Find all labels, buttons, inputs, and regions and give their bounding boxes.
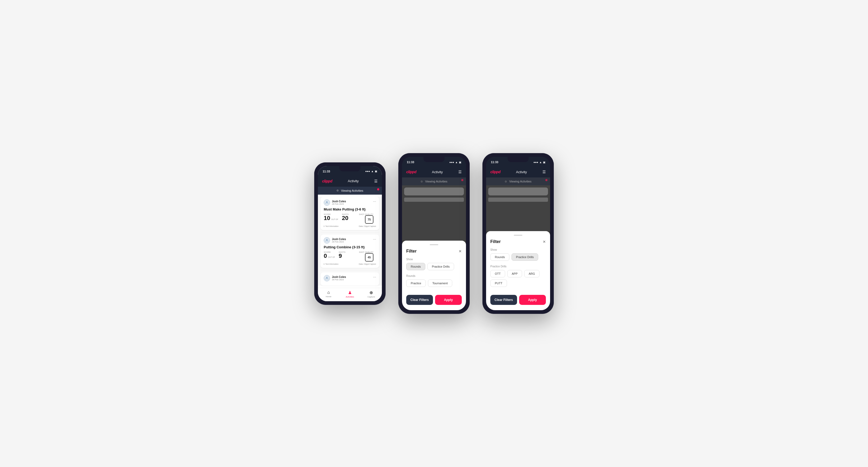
capture-icon: ⊕ bbox=[369, 290, 373, 295]
activity-title-2: Putting Combine (3-15 ft) bbox=[324, 245, 376, 249]
card-header-3: Josh Coles 28 Feb 2023 ··· bbox=[324, 275, 376, 281]
filter-icon-1: ⚙ bbox=[336, 189, 339, 192]
user-details-1: Josh Coles 28 Feb 2023 bbox=[332, 200, 346, 205]
viewing-bar-dot-1 bbox=[377, 188, 379, 190]
activity-card-3[interactable]: Josh Coles 28 Feb 2023 ··· bbox=[320, 272, 379, 286]
score-section-2: Score 0 OUT OF bbox=[324, 251, 336, 259]
app-header-2: clippd Activity ☰ bbox=[402, 166, 466, 178]
data-source-2: Data: Clippd Capture bbox=[359, 263, 376, 265]
activity-list: Josh Coles 28 Feb 2023 ··· Must Make Put… bbox=[318, 197, 382, 286]
out-of-2: OUT OF bbox=[328, 256, 335, 259]
phone-3: 11:33 ●●● ▲ ▣ clippd Activity ☰ ⚙ Viewin… bbox=[483, 153, 554, 314]
filter-close-3[interactable]: ✕ bbox=[543, 240, 546, 244]
filter-rounds-btn-2[interactable]: Rounds bbox=[406, 263, 425, 270]
avatar-1 bbox=[324, 199, 330, 206]
filter-header-2: Filter ✕ bbox=[406, 249, 462, 254]
user-name-1: Josh Coles bbox=[332, 200, 346, 203]
filter-header-3: Filter ✕ bbox=[490, 239, 546, 244]
signal-icon-3: ●●● bbox=[533, 161, 538, 164]
more-dots-2[interactable]: ··· bbox=[373, 237, 376, 241]
logo-1: clippd bbox=[322, 179, 332, 183]
viewing-bar-1[interactable]: ⚙ Viewing Activities bbox=[318, 187, 382, 195]
user-info-1: Josh Coles 28 Feb 2023 bbox=[324, 199, 346, 206]
viewing-bar-text-2: Viewing Activities bbox=[425, 180, 447, 183]
signal-icon: ●●● bbox=[365, 170, 370, 173]
rounds-buttons-2: Practice Tournament bbox=[406, 280, 462, 287]
filter-ott-btn[interactable]: OTT bbox=[490, 270, 505, 277]
menu-icon-2[interactable]: ☰ bbox=[458, 170, 462, 174]
divider-1 bbox=[320, 232, 379, 232]
stats-row-2: Score 0 OUT OF Shots 9 Shot Quality bbox=[324, 251, 376, 261]
filter-app-btn[interactable]: APP bbox=[507, 270, 522, 277]
apply-btn-3[interactable]: Apply bbox=[519, 295, 546, 305]
filter-practice-btn[interactable]: Practice bbox=[406, 280, 426, 287]
filter-rounds-btn-3[interactable]: Rounds bbox=[490, 253, 509, 261]
activities-icon: ♟ bbox=[348, 290, 352, 295]
filter-close-2[interactable]: ✕ bbox=[459, 249, 462, 253]
scene: 11:33 ●●● ▲ ▣ clippd Activity ☰ ⚙ Viewin… bbox=[298, 137, 570, 330]
filter-drills-btn-3[interactable]: Practice Drills bbox=[512, 253, 538, 261]
activity-card-2[interactable]: Josh Coles 28 Feb 2023 ··· Putting Combi… bbox=[320, 235, 379, 268]
app-header-3: clippd Activity ☰ bbox=[486, 166, 550, 178]
status-time-2: 11:33 bbox=[407, 160, 414, 164]
show-label-3: Show bbox=[490, 248, 546, 251]
card-header-1: Josh Coles 28 Feb 2023 ··· bbox=[324, 199, 376, 206]
status-time-1: 11:33 bbox=[323, 170, 330, 173]
user-date-2: 28 Feb 2023 bbox=[332, 241, 346, 243]
clear-filters-btn-3[interactable]: Clear Filters bbox=[490, 295, 517, 305]
shots-section-2: Shots 9 bbox=[339, 251, 346, 259]
data-source-1: Data: Clippd Capture bbox=[359, 225, 376, 227]
shots-value-2: 9 bbox=[339, 253, 342, 259]
user-details-3: Josh Coles 28 Feb 2023 bbox=[332, 276, 346, 281]
header-title-2: Activity bbox=[432, 170, 443, 174]
viewing-bar-dot-2 bbox=[461, 179, 463, 181]
apply-btn-2[interactable]: Apply bbox=[435, 295, 462, 305]
nav-capture[interactable]: ⊕ Capture bbox=[361, 290, 382, 298]
info-icon-1: ℹ bbox=[324, 225, 324, 227]
user-name-2: Josh Coles bbox=[332, 238, 346, 241]
quality-badge-2: 45 bbox=[365, 253, 373, 261]
filter-drills-btn-2[interactable]: Practice Drills bbox=[427, 263, 454, 270]
score-value-1: 10 bbox=[324, 215, 330, 221]
capture-label: Capture bbox=[367, 295, 375, 298]
user-date-3: 28 Feb 2023 bbox=[332, 278, 346, 281]
home-label: Home bbox=[326, 295, 331, 298]
nav-home[interactable]: ⌂ Home bbox=[318, 290, 339, 298]
quality-label-1: Shot Quality bbox=[359, 213, 373, 215]
card-footer-2: ℹ Test Information Data: Clippd Capture bbox=[324, 263, 376, 265]
activity-card-1[interactable]: Josh Coles 28 Feb 2023 ··· Must Make Put… bbox=[320, 197, 379, 230]
menu-icon-3[interactable]: ☰ bbox=[542, 170, 546, 174]
viewing-bar-3: ⚙ Viewing Activities bbox=[486, 178, 550, 185]
filter-arg-btn[interactable]: ARG bbox=[524, 270, 539, 277]
filter-putt-btn[interactable]: PUTT bbox=[490, 280, 507, 287]
filter-title-2: Filter bbox=[406, 249, 416, 254]
clear-filters-btn-2[interactable]: Clear Filters bbox=[406, 295, 433, 305]
status-time-3: 11:33 bbox=[491, 160, 498, 164]
quality-section-1: Shot Quality 75 bbox=[359, 213, 373, 224]
out-of-1: OUT OF bbox=[331, 218, 338, 221]
status-icons-3: ●●● ▲ ▣ bbox=[533, 161, 545, 164]
status-icons-2: ●●● ▲ ▣ bbox=[450, 161, 461, 164]
menu-icon-1[interactable]: ☰ bbox=[374, 179, 378, 183]
more-dots-1[interactable]: ··· bbox=[373, 199, 376, 203]
filter-icon-3: ⚙ bbox=[505, 180, 507, 183]
filter-actions-3: Clear Filters Apply bbox=[490, 295, 546, 305]
user-name-3: Josh Coles bbox=[332, 276, 346, 278]
activities-label: Activities bbox=[346, 295, 354, 298]
stats-row-1: Score 10 OUT OF Shots 20 Shot Quality bbox=[324, 213, 376, 224]
notch-2 bbox=[424, 157, 444, 162]
wifi-icon: ▲ bbox=[371, 170, 374, 173]
nav-activities[interactable]: ♟ Activities bbox=[339, 290, 361, 298]
user-date-1: 28 Feb 2023 bbox=[332, 203, 346, 205]
filter-handle-3 bbox=[514, 235, 522, 236]
filter-tournament-btn[interactable]: Tournament bbox=[428, 280, 452, 287]
filter-actions-2: Clear Filters Apply bbox=[406, 295, 462, 305]
filter-sheet-2: Filter ✕ Show Rounds Practice Drills Rou… bbox=[402, 241, 466, 310]
more-dots-3[interactable]: ··· bbox=[373, 275, 376, 279]
battery-icon-3: ▣ bbox=[543, 161, 545, 164]
battery-icon: ▣ bbox=[375, 170, 377, 173]
status-icons-1: ●●● ▲ ▣ bbox=[365, 170, 377, 173]
rounds-label-2: Rounds bbox=[406, 275, 462, 277]
bottom-nav-1: ⌂ Home ♟ Activities ⊕ Capture bbox=[318, 288, 382, 301]
header-title-3: Activity bbox=[516, 170, 527, 174]
